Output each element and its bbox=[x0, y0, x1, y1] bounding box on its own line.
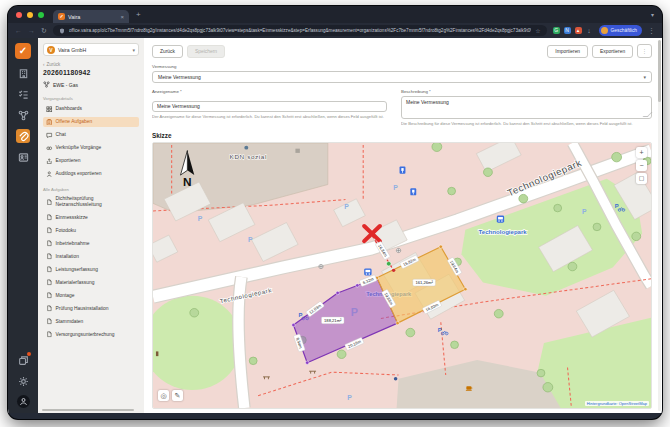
clipboard-icon bbox=[46, 119, 53, 126]
browser-tab[interactable]: ✓ Vaira × bbox=[53, 10, 129, 23]
sidebar-task-installation[interactable]: Installation bbox=[43, 251, 139, 262]
extensions-row: G N ▴ ↓ bbox=[553, 27, 593, 34]
document-icon bbox=[46, 305, 53, 312]
sidebar-task-materialerfassung[interactable]: Materialerfassung bbox=[43, 277, 139, 288]
sidebar-task-einmessskizze[interactable]: Einmessskizze bbox=[43, 212, 139, 223]
extension-icon[interactable]: G bbox=[553, 27, 560, 34]
vermessung-select[interactable]: Meine Vermessung ▾ bbox=[152, 71, 652, 83]
geolocate-button[interactable]: ◎ bbox=[158, 390, 169, 401]
sidebar-task-stammdaten[interactable]: Stammdaten bbox=[43, 316, 139, 327]
close-window-button[interactable] bbox=[16, 12, 22, 18]
skizze-heading: Skizze bbox=[152, 132, 652, 139]
draw-button[interactable]: ✎ bbox=[172, 390, 183, 401]
back-button[interactable]: Zurück bbox=[152, 45, 183, 58]
download-icon[interactable]: ↓ bbox=[586, 27, 593, 34]
sidebar-task-leistungserfassung[interactable]: Leistungserfassung bbox=[43, 264, 139, 275]
anzeigename-help: Der Anzeigename für diese Vermessung ist… bbox=[152, 114, 387, 119]
svg-text:P: P bbox=[615, 203, 619, 209]
browser-menu-icon[interactable]: ⋮ bbox=[648, 27, 655, 35]
org-avatar: V bbox=[47, 46, 55, 54]
profile-label: Geschäftlich bbox=[611, 28, 637, 33]
browser-profile-chip[interactable]: Geschäftlich bbox=[599, 25, 642, 36]
bookmark-star-icon[interactable]: ☆ bbox=[535, 27, 540, 34]
nav-rail: ✓ bbox=[8, 38, 38, 413]
sidebar-task-versorgungsunterbrechung[interactable]: Versorgungsunterbrechung bbox=[43, 329, 139, 340]
workflow-name: EWE - Gas bbox=[53, 82, 78, 88]
cafe-icon bbox=[466, 386, 472, 391]
main-content: Zurück Speichern Importieren Exportieren… bbox=[144, 38, 662, 413]
north-label: N bbox=[183, 177, 192, 189]
beschreibung-help: Die Beschreibung für diese Vermessung is… bbox=[401, 121, 652, 126]
notification-badge bbox=[27, 352, 31, 356]
audit-icon bbox=[46, 171, 53, 178]
svg-text:P: P bbox=[347, 394, 352, 401]
rail-updates-icon[interactable] bbox=[16, 353, 30, 367]
back-icon[interactable]: ← bbox=[15, 27, 22, 34]
sidebar-item-offene-aufgaben[interactable]: Offene Aufgaben bbox=[43, 117, 139, 128]
user-avatar[interactable] bbox=[17, 395, 30, 408]
sidebar-item-verknuepfte-vorgaenge[interactable]: Verknüpfte Vorgänge bbox=[43, 143, 139, 154]
sidebar-task-montage[interactable]: Montage bbox=[43, 290, 139, 301]
grid-icon bbox=[46, 106, 53, 113]
sidebar-task-fotodoku[interactable]: Fotodoku bbox=[43, 225, 139, 236]
org-selector[interactable]: V Vaira GmbH ▾ bbox=[43, 43, 139, 56]
zoom-in-button[interactable]: + bbox=[636, 147, 647, 158]
document-icon bbox=[46, 279, 53, 286]
sidebar-item-dashboards[interactable]: Dashboards bbox=[43, 104, 139, 115]
sidebar-item-chat[interactable]: Chat bbox=[43, 130, 139, 141]
rail-contacts-icon[interactable] bbox=[16, 150, 30, 164]
sidebar-task-inbetriebnahme[interactable]: Inbetriebnahme bbox=[43, 238, 139, 249]
forward-icon[interactable]: → bbox=[28, 27, 35, 34]
chat-icon bbox=[46, 132, 53, 139]
sidebar-horizontal-scrollbar[interactable] bbox=[42, 409, 134, 411]
sidebar-task-dichtheitspruefung[interactable]: Dichtheitsprüfung Netzanschlussleitung bbox=[43, 195, 139, 210]
browser-address-bar: ← → ↻ office.vaira.app/o/c7be7mnm5f7ndro… bbox=[8, 23, 662, 38]
map-canvas: P P P P P P P P P P bbox=[153, 143, 651, 408]
window-controls[interactable] bbox=[16, 12, 44, 18]
anzeigename-input[interactable] bbox=[152, 101, 387, 112]
reload-icon[interactable]: ↻ bbox=[41, 27, 47, 35]
workflow-row: EWE - Gas bbox=[43, 81, 139, 88]
extension-icon[interactable]: ▴ bbox=[575, 27, 582, 34]
new-tab-button[interactable]: + bbox=[136, 10, 141, 19]
measure-line-midpoint[interactable] bbox=[386, 261, 391, 266]
document-icon bbox=[46, 240, 53, 247]
sidebar: V Vaira GmbH ▾ ‹ Zurück 202601180942 EWE… bbox=[38, 38, 144, 413]
measure-line-endpoint[interactable] bbox=[392, 269, 395, 272]
rail-settings-gear-icon[interactable] bbox=[16, 374, 30, 388]
workflow-icon bbox=[43, 81, 50, 88]
extension-icon[interactable]: N bbox=[564, 27, 571, 34]
import-button[interactable]: Importieren bbox=[547, 45, 588, 58]
rail-organization-icon[interactable] bbox=[16, 66, 30, 80]
rail-tasks-icon[interactable] bbox=[16, 87, 30, 101]
svg-text:161,26m²: 161,26m² bbox=[415, 280, 433, 285]
main-scrollbar-thumb[interactable] bbox=[658, 40, 662, 102]
sidebar-item-auditlogs[interactable]: Auditlogs exportieren bbox=[43, 169, 139, 180]
vaira-logo[interactable]: ✓ bbox=[15, 43, 31, 59]
rail-cases-icon[interactable] bbox=[16, 129, 30, 143]
map-attribution[interactable]: Hintergrundkarte: OpenStreetMap bbox=[585, 401, 649, 406]
zoom-out-button[interactable]: − bbox=[636, 160, 647, 171]
document-icon bbox=[46, 266, 53, 273]
back-label: Zurück bbox=[47, 62, 61, 67]
sidebar-task-pruefung-hausinstallation[interactable]: Prüfung Hausinstallation bbox=[43, 303, 139, 314]
svg-text:P: P bbox=[393, 184, 398, 191]
url-bar[interactable]: office.vaira.app/o/c7be7mnm5f7ndro8tg2g/… bbox=[53, 25, 547, 36]
minimize-window-button[interactable] bbox=[27, 12, 33, 18]
close-tab-icon[interactable]: × bbox=[120, 14, 124, 20]
export-button[interactable]: Exportieren bbox=[592, 45, 633, 58]
zoom-window-button[interactable] bbox=[38, 12, 44, 18]
svg-text:P: P bbox=[298, 312, 302, 318]
beschreibung-textarea[interactable]: Meine Vermessung bbox=[401, 96, 652, 119]
tab-search-icon[interactable]: ▾ bbox=[651, 11, 654, 18]
fullscreen-button[interactable]: ▢ bbox=[636, 173, 647, 184]
main-scrollbar[interactable] bbox=[658, 40, 662, 411]
back-link[interactable]: ‹ Zurück bbox=[43, 62, 139, 67]
svg-text:P: P bbox=[438, 327, 442, 333]
sidebar-item-exportieren[interactable]: Exportieren bbox=[43, 156, 139, 167]
document-icon bbox=[46, 318, 53, 325]
rail-workflows-icon[interactable] bbox=[16, 108, 30, 122]
more-options-kebab-icon[interactable]: ⋮ bbox=[637, 44, 652, 58]
site-security-icon bbox=[59, 28, 65, 34]
sketch-map[interactable]: P P P P P P P P P P bbox=[152, 142, 652, 409]
